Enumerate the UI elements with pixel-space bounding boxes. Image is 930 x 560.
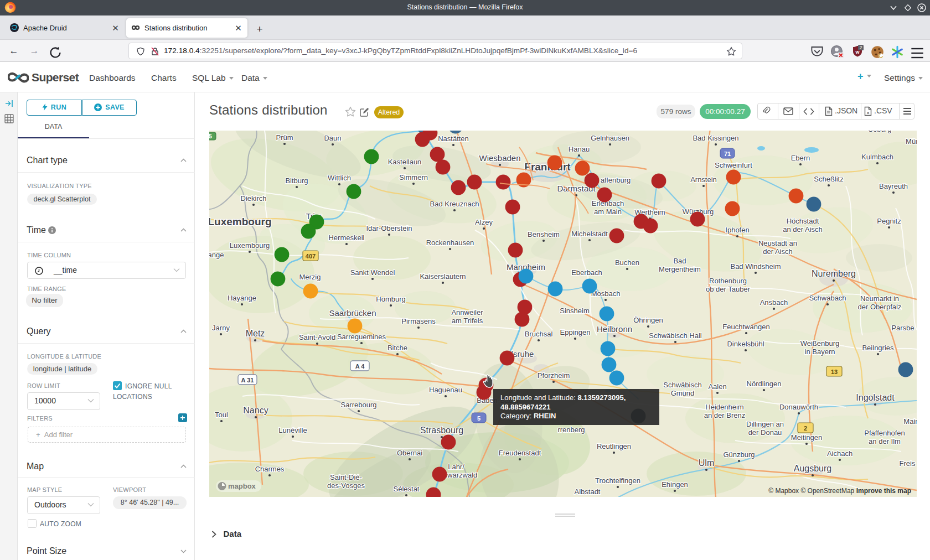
svg-text:71: 71 xyxy=(724,151,731,157)
svg-text:Münc: Münc xyxy=(906,137,917,146)
svg-text:ob der Tauber: ob der Tauber xyxy=(706,285,751,293)
svg-text:Wiesbaden: Wiesbaden xyxy=(479,153,520,163)
svg-text:Reutlingen: Reutlingen xyxy=(597,442,631,450)
svg-text:Bad: Bad xyxy=(673,257,686,265)
svg-text:Nastätten: Nastätten xyxy=(438,134,469,143)
svg-text:Obernai: Obernai xyxy=(397,449,422,457)
svg-text:Mair: Mair xyxy=(903,417,917,426)
svg-text:Coburg: Coburg xyxy=(868,131,892,133)
svg-text:Bitche: Bitche xyxy=(388,344,407,352)
svg-text:Merzig: Merzig xyxy=(299,273,321,281)
svg-text:Bad Kreuznach: Bad Kreuznach xyxy=(430,200,479,208)
svg-text:Höchstadt: Höchstadt xyxy=(787,217,819,225)
svg-text:Hayange: Hayange xyxy=(228,294,256,302)
svg-text:Simmern: Simmern xyxy=(399,173,428,182)
svg-text:Rothenburg: Rothenburg xyxy=(709,277,747,285)
svg-text:Hanau: Hanau xyxy=(569,145,590,153)
svg-text:2: 2 xyxy=(859,45,862,50)
svg-text:Meitingen: Meitingen xyxy=(791,433,822,442)
svg-text:x: x xyxy=(867,110,870,115)
svg-text:Aichach: Aichach xyxy=(827,449,852,458)
svg-text:407: 407 xyxy=(306,253,316,260)
svg-text:ange: ange xyxy=(209,251,224,259)
svg-text:Parsbe: Parsbe xyxy=(891,324,914,332)
svg-text:Daun: Daun xyxy=(324,134,341,142)
svg-text:Saint-Dié-: Saint-Dié- xyxy=(330,473,362,481)
svg-text:Dinkelsbühl: Dinkelsbühl xyxy=(727,340,764,348)
svg-text:mapbox: mapbox xyxy=(228,482,256,490)
svg-text:Mergentheim: Mergentheim xyxy=(659,265,701,273)
svg-text:Weißenburg: Weißenburg xyxy=(800,339,840,348)
svg-text:Öhringen: Öhringen xyxy=(633,316,663,324)
svg-text:Arnstein: Arnstein xyxy=(690,175,717,184)
svg-text:Sélestat: Sélestat xyxy=(394,485,420,493)
svg-text:Pforzheim: Pforzheim xyxy=(538,371,570,380)
svg-text:Bitburg: Bitburg xyxy=(285,177,308,185)
svg-text:Schweinfurt: Schweinfurt xyxy=(715,161,752,169)
svg-text:Alzey: Alzey xyxy=(475,218,493,226)
svg-text:Freudenstadt: Freudenstadt xyxy=(499,449,541,457)
svg-text:Charmes: Charmes xyxy=(255,465,285,473)
svg-text:Kastellaun: Kastellaun xyxy=(388,158,422,166)
svg-text:Nuremberg: Nuremberg xyxy=(812,269,856,278)
svg-text:Strasbourg: Strasbourg xyxy=(420,426,463,435)
svg-text:Diekirch: Diekirch xyxy=(241,194,267,203)
svg-text:Rockenhausen: Rockenhausen xyxy=(426,238,474,247)
svg-text:Augsburg: Augsburg xyxy=(794,464,832,473)
svg-text:Freis: Freis xyxy=(900,459,916,468)
svg-text:am Trifels: am Trifels xyxy=(452,317,483,325)
svg-text:Bensheim: Bensheim xyxy=(528,230,560,238)
svg-text:an der Brenz: an der Brenz xyxy=(704,411,745,419)
svg-text:Metz: Metz xyxy=(246,329,265,338)
svg-text:Buchen: Buchen xyxy=(615,258,639,267)
svg-text:Nancy: Nancy xyxy=(243,406,268,415)
svg-text:A 31: A 31 xyxy=(241,377,254,383)
svg-text:der Donau: der Donau xyxy=(748,428,782,437)
svg-text:Luxembourg: Luxembourg xyxy=(230,241,270,250)
svg-text:Dillingen an: Dillingen an xyxy=(746,420,784,428)
svg-text:Saarbrücken: Saarbrücken xyxy=(329,308,376,318)
svg-text:Beilngries: Beilngries xyxy=(862,344,894,352)
svg-text:Bruchsal: Bruchsal xyxy=(525,330,553,338)
svg-text:Homburg: Homburg xyxy=(376,295,405,303)
svg-text:Jarny: Jarny xyxy=(212,324,230,332)
svg-text:Kulmbach: Kulmbach xyxy=(861,153,893,161)
svg-text:13: 13 xyxy=(831,369,838,375)
svg-text:Sarreguemines: Sarreguemines xyxy=(337,333,386,341)
svg-text:Aalen: Aalen xyxy=(708,382,726,391)
svg-text:Schwabach: Schwabach xyxy=(809,294,846,302)
svg-text:rrenberg: rrenberg xyxy=(557,426,585,434)
svg-text:Sarrebourg: Sarrebourg xyxy=(340,401,376,409)
svg-text:Iphofen: Iphofen xyxy=(725,226,749,234)
svg-text:Ingolstadt: Ingolstadt xyxy=(856,393,895,402)
svg-text:Luxembourg: Luxembourg xyxy=(209,216,272,227)
svg-text:Heilbronn: Heilbronn xyxy=(597,324,632,334)
svg-text:Pegnitz: Pegnitz xyxy=(877,217,901,225)
svg-text:Lunéville: Lunéville xyxy=(278,426,307,434)
svg-text:Bad Windsheim: Bad Windsheim xyxy=(730,262,781,271)
svg-text:Neustadt an: Neustadt an xyxy=(758,239,797,247)
svg-text:Haguenau: Haguenau xyxy=(429,386,462,394)
svg-text:Hermeskeil: Hermeskeil xyxy=(328,234,364,242)
svg-text:Ansbach: Ansbach xyxy=(760,298,788,307)
svg-text:lsruhe: lsruhe xyxy=(512,349,534,359)
svg-text:Saint-Avold: Saint-Avold xyxy=(299,333,335,341)
svg-text:Pfaffenhofen: Pfaffenhofen xyxy=(864,429,905,437)
svg-text:Bad Kissingen: Bad Kissingen xyxy=(693,134,738,142)
svg-text:Scheßlitz: Scheßlitz xyxy=(814,175,843,183)
svg-text:Nördlingen: Nördlingen xyxy=(747,380,782,388)
svg-text:affenburg: affenburg xyxy=(601,176,631,184)
svg-text:Idar-Oberstein: Idar-Oberstein xyxy=(366,224,412,232)
svg-text:in Bayern: in Bayern xyxy=(805,348,835,356)
svg-text:Sinsheim: Sinsheim xyxy=(560,307,589,315)
svg-text:Günzburg: Günzburg xyxy=(723,450,755,459)
svg-text:5: 5 xyxy=(477,415,480,422)
svg-text:Trochtelfingen: Trochtelfingen xyxy=(595,476,640,485)
svg-text:A 4: A 4 xyxy=(355,363,365,370)
svg-text:des-Vosges: des-Vosges xyxy=(327,481,365,490)
svg-text:Prüm: Prüm xyxy=(276,133,293,142)
svg-text:Neumarkt in: Neumarkt in xyxy=(860,294,899,303)
svg-text:Annweiler: Annweiler xyxy=(451,308,483,317)
svg-text:Toul: Toul xyxy=(215,411,228,419)
svg-text:an der Aisch: an der Aisch xyxy=(783,225,823,234)
